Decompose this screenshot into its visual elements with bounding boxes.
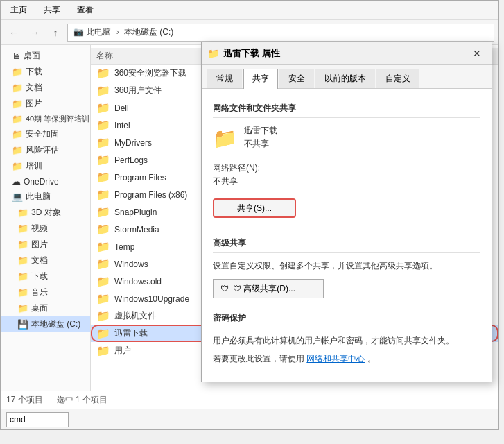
sidebar-item-local-disk[interactable]: 💾 本地磁盘 (C:) [1,316,90,332]
folder-icon: 📁 [96,275,110,288]
sidebar-item-40qi[interactable]: 📁 40期 等保测评培训 [1,112,90,126]
sidebar: 🖥 桌面 📁 下载 📁 文档 📁 图片 📁 40期 等保测评培训 📁 安 [1,45,91,391]
sidebar-item-pics2[interactable]: 📁 图片 [1,237,90,253]
crumb-drive: 本地磁盘 (C:) [124,27,173,37]
folder-icon: 📁 [96,136,110,149]
folder-icon: 📁 [96,171,110,184]
folder-icon: 📁 [96,188,110,201]
sidebar-item-train[interactable]: 📁 培训 [1,158,90,174]
folder-icon: 📁 [12,114,23,124]
folder-icon: 📁 [17,223,28,234]
dialog-title-bar: 📁 迅雷下载 属性 ✕ [202,42,492,65]
menu-view[interactable]: 查看 [73,3,98,17]
dialog-body: 网络文件和文件夹共享 📁 迅雷下载 不共享 网络路径(N): 不共享 共享(S)… [202,89,492,382]
folder-icon: 📁 [12,67,23,77]
dialog-close-button[interactable]: ✕ [468,46,486,61]
password-section: 密码保护 用户必须具有此计算机的用户帐户和密码，才能访问共享文件夹。 若要更改此… [213,309,480,365]
folder-icon: 📁 [17,271,28,282]
tab-security[interactable]: 安全 [279,69,314,88]
folder-icon: 📁 [96,67,110,80]
folder-icon: 📁 [96,257,110,271]
folder-icon: 📁 [96,205,110,219]
sidebar-item-desktop2[interactable]: 📁 桌面 [1,300,90,316]
sidebar-item-pics1[interactable]: 📁 图片 [1,96,90,112]
sidebar-item-download1[interactable]: 📁 下载 [1,64,90,80]
sidebar-item-docs1[interactable]: 📁 文档 [1,80,90,96]
folder-icon: 📁 [17,239,28,250]
share-info-row: 📁 迅雷下载 不共享 [213,125,480,151]
sharing-section-title: 网络文件和文件夹共享 [213,100,480,118]
sidebar-item-music[interactable]: 📁 音乐 [1,284,90,300]
properties-dialog: 📁 迅雷下载 属性 ✕ 常规 共享 安全 以前的版本 自定义 网络文件和文件夹共… [201,42,492,382]
folder-icon: 📁 [17,287,28,298]
address-bar[interactable]: 📷 此电脑 › 本地磁盘 (C:) [67,24,494,42]
dialog-folder-icon: 📁 [207,48,219,59]
folder-icon: 📁 [17,255,28,266]
folder-icon: 📁 [96,223,110,236]
menu-share[interactable]: 共享 [40,3,64,17]
folder-icon: 📁 [12,145,23,155]
tab-general[interactable]: 常规 [207,69,242,88]
password-note: 若要更改此设置，请使用 网络和共享中心 。 [213,352,480,365]
forward-button[interactable]: → [26,24,44,42]
sidebar-item-security[interactable]: 📁 安全加固 [1,126,90,142]
sidebar-item-desktop1[interactable]: 🖥 桌面 [1,48,90,64]
back-button[interactable]: ← [5,24,23,42]
status-bar: 17 个项目 选中 1 个项目 [1,391,498,409]
dialog-tabs: 常规 共享 安全 以前的版本 自定义 [202,65,492,89]
up-button[interactable]: ↑ [46,24,64,42]
items-count: 17 个项目 [6,394,43,406]
folder-icon: 📁 [12,161,23,171]
folder-icon: 📁 [96,292,110,305]
sidebar-item-download2[interactable]: 📁 下载 [1,268,90,284]
folder-icon: 📁 [96,119,110,132]
folder-icon: 📁 [17,207,28,218]
selected-count: 选中 1 个项目 [57,394,107,406]
advanced-section: 高级共享 设置自定义权限、创建多个共享，并设置其他高级共享选项。 🛡 🛡 高级共… [213,234,480,298]
share-btn-wrapper: 共享(S)... [213,193,296,223]
advanced-section-title: 高级共享 [213,234,480,253]
network-path-label: 网络路径(N): [213,162,480,174]
folder-icon: 📁 [96,101,110,114]
network-path-row: 网络路径(N): 不共享 [213,162,480,187]
folder-icon: 🖥 [12,51,21,61]
folder-icon: 📁 [12,129,23,139]
share-folder-icon: 📁 [213,127,237,150]
onedrive-icon: ☁ [12,176,21,187]
sidebar-item-video[interactable]: 📁 视频 [1,221,90,237]
header-name[interactable]: 名称 [96,50,113,62]
computer-icon: 💻 [12,191,23,202]
tab-share[interactable]: 共享 [243,69,278,89]
advanced-share-button[interactable]: 🛡 🛡 高级共享(D)... [213,279,324,298]
cmd-input[interactable] [6,412,69,427]
cmd-bar [1,409,498,429]
crumb-computer: 📷 此电脑 [73,27,111,37]
sidebar-item-onedrive[interactable]: ☁ OneDrive [1,174,90,189]
tab-customize[interactable]: 自定义 [376,69,419,88]
network-share-center-link[interactable]: 网络和共享中心 [306,354,365,364]
folder-icon: 📁 [17,303,28,314]
sidebar-item-thispc[interactable]: 💻 此电脑 [1,189,90,205]
folder-icon: 📁 [96,327,110,340]
sidebar-item-docs2[interactable]: 📁 文档 [1,253,90,268]
tab-previous-versions[interactable]: 以前的版本 [315,69,375,88]
password-desc: 用户必须具有此计算机的用户帐户和密码，才能访问共享文件夹。 [213,334,480,347]
advanced-desc: 设置自定义权限、创建多个共享，并设置其他高级共享选项。 [213,259,480,272]
menu-bar: 主页 共享 查看 [1,1,498,20]
folder-icon: 📁 [96,240,110,253]
folder-icon: 📁 [96,309,110,323]
password-section-title: 密码保护 [213,309,480,327]
menu-home[interactable]: 主页 [6,3,31,17]
folder-icon: 📁 [96,344,110,357]
sidebar-item-3d[interactable]: 📁 3D 对象 [1,205,90,221]
folder-icon: 📁 [96,153,110,166]
network-path-value: 不共享 [213,176,480,187]
sidebar-item-risk[interactable]: 📁 风险评估 [1,142,90,158]
dialog-title: 迅雷下载 属性 [223,47,280,60]
address-text: 📷 此电脑 › 本地磁盘 (C:) [73,26,173,38]
folder-icon: 📁 [12,99,23,109]
drive-icon: 💾 [17,319,28,330]
share-button[interactable]: 共享(S)... [213,198,296,218]
shield-icon: 🛡 [220,284,229,293]
folder-icon: 📁 [96,84,110,97]
